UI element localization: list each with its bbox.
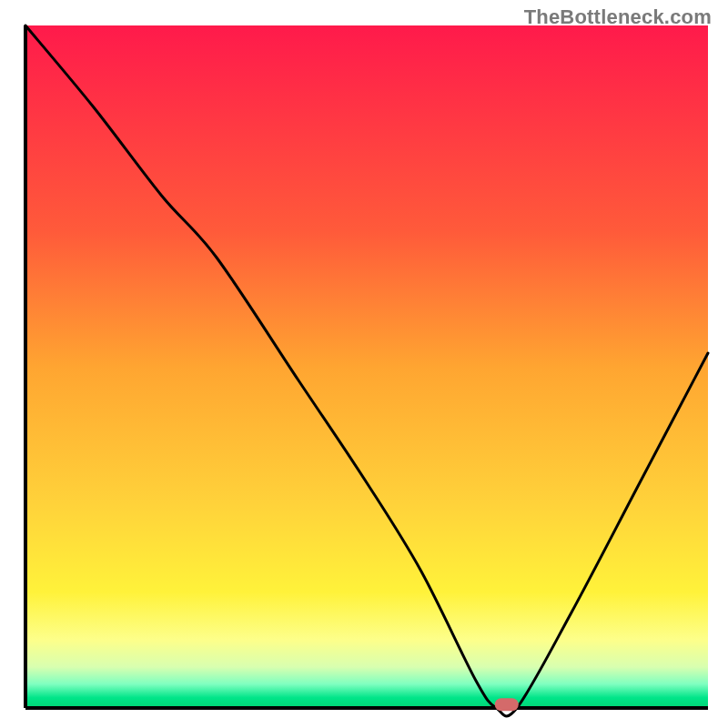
optimal-point-marker [495,698,519,711]
watermark-text: TheBottleneck.com [524,5,712,29]
chart-container: TheBottleneck.com [0,0,728,728]
plot-background [25,25,708,708]
bottleneck-chart [0,0,728,728]
